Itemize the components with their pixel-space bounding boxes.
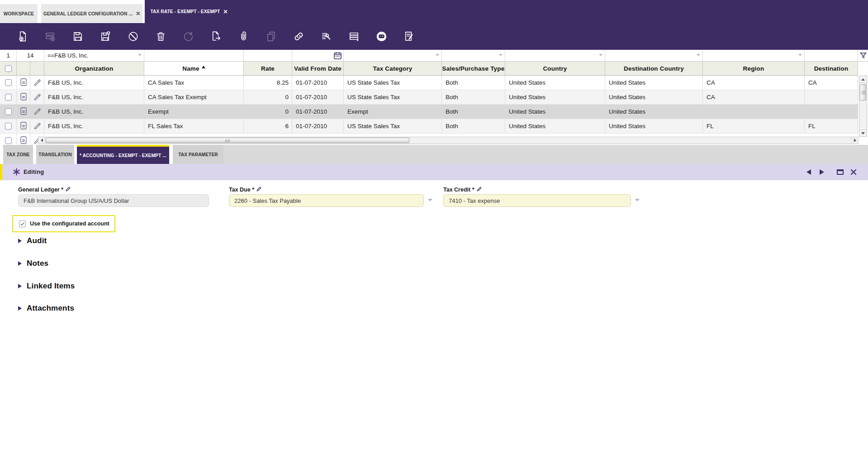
edit-pencil-icon[interactable] xyxy=(33,122,41,130)
window-tab-label: TAX RATE - EXEMPT - EXEMPT xyxy=(150,9,220,14)
filter-destination-input[interactable] xyxy=(805,50,858,62)
detail-tab-tax-parameter[interactable]: TAX PARAMETER xyxy=(173,145,223,164)
field-input-general-ledger[interactable]: F&B International Group US/A/US Dollar xyxy=(18,194,209,207)
window-tab-general-ledger-configuration[interactable]: GENERAL LEDGER CONFIGURATION ...✕ xyxy=(41,4,142,23)
column-header-rate[interactable]: Rate xyxy=(244,62,292,76)
column-header-region[interactable]: Region xyxy=(703,62,805,76)
section-linked-items[interactable]: Linked Items xyxy=(18,282,75,291)
edit-pencil-icon[interactable] xyxy=(33,93,41,101)
filter-sales-purchase-type-input[interactable] xyxy=(442,50,505,62)
filter-funnel-cell[interactable] xyxy=(858,50,868,62)
table-row[interactable]: F&B US, Inc.Exempt001-07-2010ExemptBothU… xyxy=(0,105,858,119)
close-editor-icon[interactable] xyxy=(850,169,857,177)
scroll-up-arrow[interactable] xyxy=(859,76,867,83)
filter-dropdown-icon[interactable] xyxy=(436,54,439,56)
calendar-icon[interactable] xyxy=(333,51,342,62)
row-checkbox[interactable] xyxy=(5,79,12,86)
save-and-new-icon[interactable] xyxy=(100,30,112,43)
table-row[interactable]: F&B US, Inc.CA Sales Tax8.2501-07-2010US… xyxy=(0,76,858,90)
filter-dropdown-icon[interactable] xyxy=(499,54,503,56)
section-audit[interactable]: Audit xyxy=(18,236,47,245)
card-icon[interactable] xyxy=(20,78,27,87)
funnel-icon[interactable] xyxy=(860,52,867,59)
table-row[interactable]: F&B US, Inc.FL Sales Tax601-07-2010US St… xyxy=(0,119,858,134)
column-header-tax-category[interactable]: Tax Category xyxy=(344,62,442,76)
select-all-checkbox[interactable] xyxy=(5,65,12,72)
window-tab-tax-rate-exempt-exempt[interactable]: TAX RATE - EXEMPT - EXEMPT✕ xyxy=(145,0,233,23)
detail-tab-tax-zone[interactable]: TAX ZONE xyxy=(3,145,33,164)
export-icon[interactable] xyxy=(210,30,222,43)
column-header-destination[interactable]: Destination xyxy=(805,62,858,76)
column-header-name[interactable]: Name xyxy=(144,62,244,76)
window-tab-workspace[interactable]: WORKSPACE xyxy=(0,4,38,23)
filter-destination-country-input[interactable] xyxy=(605,50,703,62)
card-icon[interactable] xyxy=(20,122,27,131)
field-input-tax-credit[interactable]: 7410 - Tax expense xyxy=(443,194,631,207)
previous-record-icon[interactable] xyxy=(806,169,811,175)
expand-arrow-icon[interactable] xyxy=(18,261,22,266)
vertical-scrollbar[interactable] xyxy=(859,76,867,137)
scroll-left-arrow[interactable] xyxy=(38,137,45,144)
close-tab-icon[interactable]: ✕ xyxy=(223,9,228,14)
detail-tab-accounting-exempt-exempt[interactable]: * ACCOUNTING - EXEMPT - EXEMPT ... xyxy=(77,145,169,164)
delete-icon[interactable] xyxy=(155,30,167,43)
column-header-organization[interactable]: Organization xyxy=(44,62,144,76)
editing-bar: Editing xyxy=(0,164,868,180)
expand-arrow-icon[interactable] xyxy=(18,284,22,288)
field-input-tax-due[interactable]: 2260 - Sales Tax Payable xyxy=(229,194,424,207)
section-title: Notes xyxy=(27,259,48,268)
link-icon[interactable] xyxy=(293,30,305,43)
horizontal-scrollbar[interactable] xyxy=(38,137,859,144)
expand-arrow-icon[interactable] xyxy=(18,306,22,311)
row-checkbox[interactable] xyxy=(5,137,12,144)
field-dropdown-icon[interactable] xyxy=(635,199,640,201)
save-icon[interactable] xyxy=(72,30,84,43)
edit-pencil-icon[interactable] xyxy=(33,107,41,116)
filter-dropdown-icon[interactable] xyxy=(599,54,602,56)
scrollbar-thumb[interactable] xyxy=(860,84,866,101)
card-icon[interactable] xyxy=(20,107,27,116)
table-row[interactable]: F&B US, Inc.CA Sales Tax Exempt001-07-20… xyxy=(0,90,858,105)
column-header-country[interactable]: Country xyxy=(505,62,605,76)
scroll-down-arrow[interactable] xyxy=(859,129,867,136)
edit-pencil-icon[interactable] xyxy=(33,78,41,87)
expand-arrow-icon[interactable] xyxy=(18,239,22,243)
card-icon[interactable] xyxy=(20,93,27,102)
detail-tab-translation[interactable]: TRANSLATION xyxy=(36,145,74,164)
next-record-icon[interactable] xyxy=(820,169,824,175)
journal-icon[interactable] xyxy=(403,30,415,43)
filter-tax-category-input[interactable] xyxy=(344,50,442,62)
attachment-icon[interactable] xyxy=(237,30,250,43)
column-header-sales-purchase-type[interactable]: Sales/Purchase Type xyxy=(442,62,505,76)
row-checkbox[interactable] xyxy=(5,94,12,101)
filter-dropdown-icon[interactable] xyxy=(697,54,700,56)
filter-dropdown-icon[interactable] xyxy=(798,54,802,56)
cancel-icon[interactable] xyxy=(127,30,139,43)
filter-valid-from-date-input[interactable] xyxy=(292,50,344,62)
audit-settings-icon[interactable] xyxy=(320,30,332,43)
column-header-valid-from-date[interactable]: Valid From Date xyxy=(292,62,344,76)
card-icon[interactable] xyxy=(20,136,27,144)
use-configurated-account-checkbox[interactable] xyxy=(19,221,26,227)
header-select-all-cell xyxy=(0,62,17,76)
assistant-bot-icon[interactable] xyxy=(375,30,388,43)
section-attachments[interactable]: Attachments xyxy=(18,304,74,313)
window-tab-bar: WORKSPACEGENERAL LEDGER CONFIGURATION ..… xyxy=(0,0,868,23)
column-header-destination-country[interactable]: Destination Country xyxy=(605,62,703,76)
filter-country-input[interactable] xyxy=(505,50,605,62)
row-checkbox[interactable] xyxy=(5,108,12,115)
filter-organization-input[interactable]: ==F&B US, Inc. xyxy=(44,50,144,62)
filter-region-input[interactable] xyxy=(703,50,805,62)
section-notes[interactable]: Notes xyxy=(18,259,48,268)
new-record-icon[interactable] xyxy=(17,30,29,43)
filter-name-input[interactable] xyxy=(144,50,244,62)
layout-panels-icon[interactable] xyxy=(348,30,360,43)
filter-rate-input[interactable] xyxy=(244,50,292,62)
scrollbar-thumb[interactable] xyxy=(46,138,409,143)
row-checkbox[interactable] xyxy=(5,123,12,129)
scroll-right-arrow[interactable] xyxy=(851,137,858,144)
close-tab-icon[interactable]: ✕ xyxy=(136,11,140,16)
maximize-icon[interactable] xyxy=(837,169,844,175)
field-dropdown-icon[interactable] xyxy=(428,199,432,201)
filter-dropdown-icon[interactable] xyxy=(138,54,142,56)
